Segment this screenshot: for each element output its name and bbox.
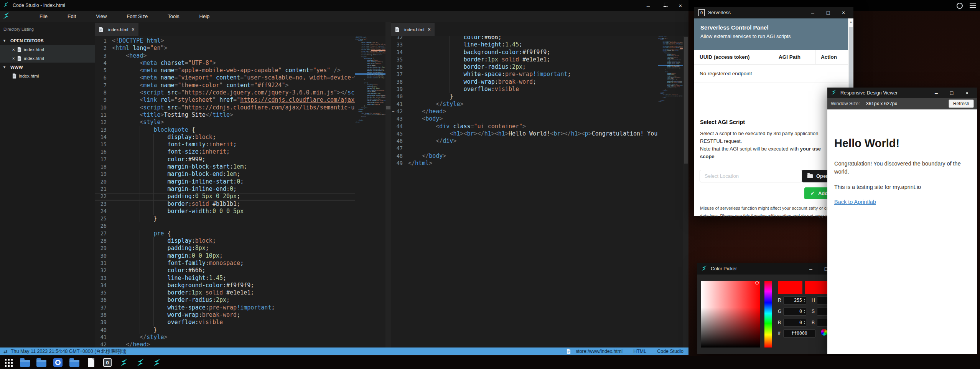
code-line-36[interactable]: 36 border-radius:2px; [391,63,658,71]
code-line-32[interactable]: 32 color:#666; [391,36,658,41]
code-line-14[interactable]: 14 display:block; [95,134,355,141]
code-line-37[interactable]: 37 white-space:pre-wrap!important; [95,304,355,311]
code-line-8[interactable]: 8 <script src="https://code.jquery.com/j… [95,89,355,96]
code-line-3[interactable]: 3 <head> [95,52,355,60]
code-line-24[interactable]: 24 border-width:0 0 0 5px [95,208,355,215]
code-line-38[interactable]: 38 word-wrap:break-word; [95,311,355,319]
code-line-40[interactable]: 40 } [391,93,658,100]
sidebar-item-index.html[interactable]: ×index.html [0,54,95,63]
folder-icon[interactable] [36,358,46,367]
color-value-input[interactable]: 0▴▾ [783,319,806,327]
tab-index-html[interactable]: index.html × [95,23,138,36]
close-icon[interactable]: × [12,47,15,52]
menu-tools[interactable]: Tools [158,11,189,22]
code-line-12[interactable]: 12 <style> [95,119,355,126]
code-line-33[interactable]: 33 line-height:1.45; [391,41,658,48]
code-line-21[interactable]: 21 margin-inline-end:0; [95,185,355,193]
script-location-input[interactable] [700,170,802,182]
code-line-26[interactable]: 26 [95,222,355,230]
code-line-18[interactable]: 18 margin-block-start:1em; [95,163,355,170]
code-line-42[interactable]: 42− </head> [391,108,658,115]
code-line-33[interactable]: 33 line-height:1.45; [95,275,355,282]
color-marker[interactable] [755,281,759,285]
code-line-35[interactable]: 35 border:1px solid #e1e1e1; [391,56,658,63]
app-grid-icon[interactable] [3,358,13,367]
minimize-button[interactable]: – [803,266,819,272]
menu-view[interactable]: View [86,11,117,22]
back-to-aprintlab-link[interactable]: Back to Aprintlab [834,199,876,205]
editor-pane-left[interactable]: index.html × 1<!DOCTYPE html>2<html lang… [95,22,385,347]
hue-slider[interactable] [764,281,772,347]
code-line-43[interactable]: 43 <body> [391,115,658,122]
code-studio-app-icon[interactable] [119,358,129,367]
menu-help[interactable]: Help [189,11,220,22]
status-file[interactable]: store:/www/index.html [567,349,623,354]
code-editor[interactable]: 1<!DOCTYPE html>2<html lang="en">3 <head… [95,36,355,347]
code-line-25[interactable]: 25 } [95,215,355,222]
code-line-4[interactable]: 4 <meta charset="UTF-8"> [95,60,355,67]
color-value-input[interactable]: 0▴▾ [783,308,806,316]
code-line-16[interactable]: 16 font-size:inherit; [95,148,355,156]
close-button[interactable]: × [672,0,688,11]
code-line-28[interactable]: 28 display:block; [95,237,355,245]
close-icon[interactable]: × [132,27,134,32]
code-line-9[interactable]: 9 <link rel="stylesheet" href="https://c… [95,96,355,104]
code-line-38[interactable]: 38 word-wrap:break-word; [391,78,658,86]
scroll-up-icon[interactable]: ▲ [848,18,853,25]
code-line-41[interactable]: 41 </style> [95,334,355,341]
code-line-2[interactable]: 2<html lang="en"> [95,45,355,52]
code-line-15[interactable]: 15 font-family:inherit; [95,141,355,148]
sidebar-item-index.html[interactable]: ×index.html [0,45,95,54]
code-line-47[interactable]: 47 [391,145,658,152]
code-line-30[interactable]: 30 margin:0 0 10px; [95,252,355,260]
code-line-7[interactable]: 7 <meta name="theme-color" content="#ff9… [95,82,355,89]
menu-font-size[interactable]: Font Size [117,11,158,22]
file-app-icon[interactable] [86,358,96,367]
sidebar-item-index.html[interactable]: index.html [0,71,95,80]
code-line-36[interactable]: 36 border-radius:2px; [95,296,355,304]
menu-file[interactable]: File [30,11,58,22]
minimap[interactable]: <!DOCTYPE html><html lang="en"> <head> <… [658,36,683,347]
code-line-49[interactable]: 49</html> [391,160,658,167]
close-icon[interactable]: × [12,56,15,61]
code-line-34[interactable]: 34 background-color:#f9f9f9; [391,49,658,56]
menu-edit[interactable]: Edit [58,11,86,22]
stepper-icon[interactable]: ▴▾ [803,321,806,324]
editor-pane-right[interactable]: index.html × 32 color:#666;33 line-heigh… [391,22,688,347]
code-line-19[interactable]: 19 margin-block-end:1em; [95,170,355,178]
code-line-1[interactable]: 1<!DOCTYPE html> [95,37,355,45]
status-mode[interactable]: HTML [633,349,646,354]
tab-index-html[interactable]: index.html × [391,23,435,36]
saturation-field[interactable] [701,281,760,347]
code-line-20[interactable]: 20 margin-inline-start:0; [95,178,355,185]
code-line-35[interactable]: 35 border:1px solid #e1e1e1; [95,289,355,296]
code-line-39[interactable]: 39 overflow:visible [391,86,658,93]
code-line-31[interactable]: 31 font-family:monospace; [95,260,355,267]
code-line-44[interactable]: 44 <div class="ui container"> [391,123,658,130]
hex-input[interactable]: ff0000 [783,329,815,338]
media-app-icon[interactable] [53,358,63,367]
folder-icon[interactable] [69,358,79,367]
code-line-5[interactable]: 5 <meta name="apple-mobile-web-app-capab… [95,67,355,74]
code-line-40[interactable]: 40 } [95,326,355,334]
close-button[interactable]: × [836,10,851,16]
code-line-11[interactable]: 11 <title>Testing Site</title> [95,111,355,119]
code-line-41[interactable]: 41 </style> [391,101,658,108]
maximize-button[interactable]: □ [944,90,959,96]
editor-scrollbar[interactable] [385,22,391,347]
maximize-button[interactable]: □ [820,10,836,16]
restore-button[interactable] [656,0,672,11]
code-line-39[interactable]: 39 overflow:visible [95,319,355,326]
code-line-34[interactable]: 34 background-color:#f9f9f9; [95,282,355,289]
sidebar-section-www[interactable]: ▾WWW [0,63,95,71]
minimize-button[interactable]: – [805,10,820,16]
code-line-42[interactable]: 42 </head> [95,341,355,347]
sidebar-section-open-editors[interactable]: ▾OPEN EDITORS [0,36,95,45]
title-bar[interactable]: 0 Serverless – □ × [694,7,853,18]
code-studio-app-icon[interactable] [135,358,145,367]
minimap[interactable]: <!DOCTYPE html><html lang="en"> <head> <… [355,36,385,347]
code-line-32[interactable]: 32 color:#666; [95,267,355,274]
close-icon[interactable]: × [428,27,430,32]
minimize-button[interactable]: – [929,90,944,96]
code-line-6[interactable]: 6 <meta name="viewport" content="user-sc… [95,74,355,81]
